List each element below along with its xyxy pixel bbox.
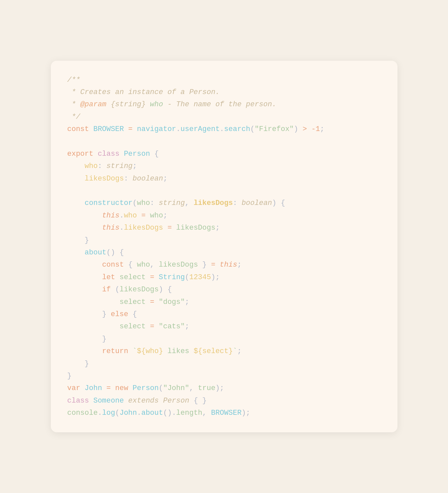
- punct-paren-4: ): [272, 199, 276, 207]
- punct-comma-1: ,: [185, 199, 189, 207]
- punct-paren-8: (: [115, 285, 120, 294]
- punct-dot-5: .: [98, 409, 102, 417]
- punct-paren-9: ): [159, 285, 163, 294]
- comment-type: {string}: [111, 100, 146, 109]
- str-cats: "cats": [159, 322, 185, 331]
- plain-space-1: [89, 125, 93, 133]
- punct-brace-open-4: {: [167, 285, 172, 294]
- const-browser: BROWSER: [93, 125, 124, 133]
- punct-dot-2: .: [220, 125, 224, 133]
- punct-semi-12: ;: [246, 409, 250, 417]
- punct-paren-1: (: [250, 125, 255, 133]
- plain-sp12: [163, 224, 167, 232]
- punct-semi-5: ;: [215, 224, 220, 232]
- plain-sp7: [189, 199, 193, 207]
- tpl-end: `: [233, 347, 237, 355]
- bool-true: true: [198, 384, 216, 392]
- nav-navigator: navigator: [137, 125, 176, 133]
- plain-sp3: [150, 150, 154, 158]
- punct-semi-10: ;: [237, 347, 241, 355]
- plain-sp18: [207, 261, 211, 269]
- str-dogs: "dogs": [159, 298, 185, 306]
- type-boolean-1: boolean: [133, 175, 163, 183]
- plain-sp33: [102, 384, 106, 392]
- this-3: this: [220, 261, 237, 269]
- plain-sp2: [120, 150, 124, 158]
- punct-brace-open-2: {: [281, 199, 285, 207]
- punct-semi-9: ;: [185, 322, 189, 331]
- op-eq-6: =: [150, 298, 154, 306]
- plain-sp1: [93, 150, 98, 158]
- plain-sp25: [146, 298, 150, 306]
- class-someone: Someone: [93, 397, 124, 405]
- comment-dash: -: [163, 100, 176, 109]
- plain-sp14: [115, 248, 120, 257]
- comment-param-who: who: [150, 100, 163, 109]
- punct-semi-2: ;: [133, 162, 137, 170]
- punct-dot-4: .: [120, 224, 124, 232]
- plain-sp6: [155, 199, 159, 207]
- plain-sp39: [159, 397, 163, 405]
- punct-semi-7: ;: [215, 273, 220, 281]
- punct-dot-3: .: [120, 212, 124, 220]
- kw-return: return: [102, 347, 128, 355]
- tpl-expr-2: ${select}: [193, 347, 233, 355]
- punct-destruct-2: }: [202, 261, 207, 269]
- john-call: John: [120, 409, 137, 417]
- punct-brace-close-2: }: [102, 310, 106, 318]
- var-select-3: select: [120, 322, 146, 331]
- punct-semi-6: ;: [237, 261, 241, 269]
- plain-sp16: [155, 261, 159, 269]
- kw-extends: extends: [128, 397, 158, 405]
- plain-sp17: [198, 261, 202, 269]
- param-who: who: [137, 199, 150, 207]
- comment-who: [146, 100, 150, 109]
- prop-likesdogs: likesDogs: [85, 175, 124, 183]
- plain-sp31: [128, 347, 132, 355]
- plain-space-2: [133, 125, 137, 133]
- plain-sp15: [124, 261, 128, 269]
- var-likesdogs-3: likesDogs: [120, 285, 159, 294]
- method-constructor: constructor: [85, 199, 132, 207]
- punct-paren-2: ): [294, 125, 298, 133]
- plain-sp29: [146, 322, 150, 331]
- class-person: Person: [124, 150, 150, 158]
- kw-class-2: class: [67, 397, 89, 405]
- punct-semi-3: ;: [163, 175, 167, 183]
- var-select-2: select: [120, 298, 146, 306]
- kw-const-2: const: [102, 261, 124, 269]
- var-likesdogs-1: likesDogs: [176, 224, 216, 232]
- op-minus1: -1: [311, 125, 320, 133]
- punct-brace-open-5: {: [133, 310, 137, 318]
- punct-semi-8: ;: [185, 298, 189, 306]
- punct-dot-1: .: [176, 125, 181, 133]
- op-gt: >: [302, 125, 307, 133]
- plain-sp8: [237, 199, 241, 207]
- plain-sp41: [207, 409, 211, 417]
- plain-sp19: [215, 261, 220, 269]
- plain-sp20: [115, 273, 120, 281]
- punct-dot-6: .: [137, 409, 141, 417]
- prop-who: who: [85, 162, 98, 170]
- class-person-extends: Person: [163, 397, 189, 405]
- punct-paren-12: (: [115, 409, 120, 417]
- plain-eq-1: [124, 125, 128, 133]
- punct-colon-4: :: [233, 199, 237, 207]
- plain-sp26: [155, 298, 159, 306]
- kw-let: let: [102, 273, 115, 281]
- plain-space-4: [307, 125, 311, 133]
- class-person-2: Person: [133, 384, 159, 392]
- plain-sp27: [106, 310, 111, 318]
- punct-comma-4: ,: [202, 409, 207, 417]
- var-likesdogs-2: likesDogs: [159, 261, 198, 269]
- about-call: about: [141, 409, 163, 417]
- punct-brace-close-4: }: [85, 360, 89, 368]
- length-prop: length: [176, 409, 202, 417]
- plain-sp22: [155, 273, 159, 281]
- plain-sp21: [146, 273, 150, 281]
- punct-brace-close-3: }: [102, 335, 106, 343]
- var-select-1: select: [120, 273, 146, 281]
- punct-colon-3: :: [150, 199, 154, 207]
- kw-class: class: [98, 150, 120, 158]
- kw-export: export: [67, 150, 93, 158]
